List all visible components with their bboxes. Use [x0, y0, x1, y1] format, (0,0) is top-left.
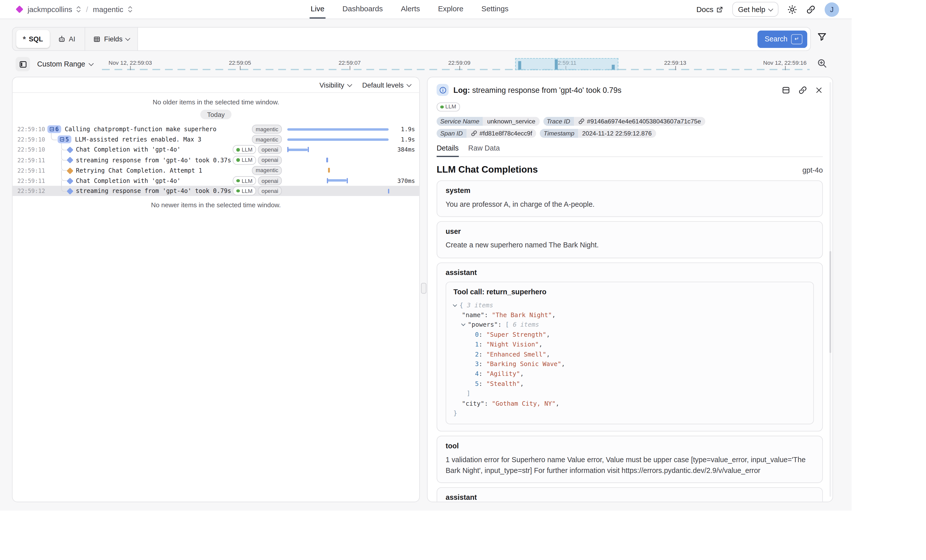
breadcrumb-project[interactable]: magentic: [93, 5, 123, 13]
copy-link-button[interactable]: [798, 85, 807, 94]
timeline-tick-mark: [350, 66, 350, 70]
close-panel-button[interactable]: [815, 86, 823, 94]
minus-square-icon: [50, 127, 54, 131]
timeline-zoom-in-button[interactable]: [817, 58, 828, 69]
chevron-down-icon: [125, 36, 130, 41]
robot-icon: [57, 35, 66, 43]
tab-details[interactable]: Details: [437, 144, 459, 156]
collapse-sidebar-button[interactable]: [15, 57, 30, 71]
timeline-baseline: [102, 68, 810, 70]
chevron-updown-icon[interactable]: [127, 6, 132, 12]
tree-connector: [61, 181, 62, 186]
search-button-label: Search: [764, 35, 787, 43]
green-dot-icon: [236, 158, 240, 162]
chevron-down-icon[interactable]: [453, 302, 457, 306]
user-avatar[interactable]: J: [825, 2, 839, 16]
service-name-label: Service Name: [437, 117, 483, 126]
nav-tabs: LiveDashboardsAlertsExploreSettings: [310, 0, 508, 18]
timeline-tick-label: Nov 12, 22:59:16: [763, 59, 807, 66]
log-row[interactable]: 22:59:12streaming response from 'gpt-4o'…: [12, 186, 419, 196]
collapse-span-badge[interactable]: 5: [57, 136, 71, 143]
tree-connector: [61, 186, 67, 192]
default-levels-dropdown[interactable]: Default levels: [362, 81, 411, 89]
message-text: 1 validation error for Superhero name Va…: [446, 455, 814, 476]
span-diamond-icon: [67, 178, 73, 184]
panel-resize-handle[interactable]: [421, 283, 426, 294]
timeline-tick-label: 22:59:05: [229, 59, 251, 66]
share-link-button[interactable]: [806, 5, 816, 14]
log-message: Retrying Chat Completion. Attempt 1: [76, 167, 202, 174]
docs-label: Docs: [696, 5, 714, 13]
rows-layout-icon: [781, 85, 790, 94]
fields-label: Fields: [104, 35, 123, 43]
log-row-main: streaming response from 'gpt-4o' took 0.…: [47, 155, 233, 165]
tab-alerts[interactable]: Alerts: [401, 0, 420, 18]
log-row[interactable]: 22:59:11Chat Completion with 'gpt-4o'LLM…: [12, 176, 419, 186]
search-input[interactable]: Search ↵: [138, 27, 810, 50]
visibility-dropdown[interactable]: Visibility: [319, 81, 351, 89]
log-row[interactable]: 22:59:106Calling chatprompt-function mak…: [12, 124, 419, 134]
log-message: Chat Completion with 'gpt-4o': [76, 177, 180, 184]
link-icon: [806, 5, 816, 14]
link-icon: [798, 85, 807, 94]
tab-live[interactable]: Live: [310, 0, 324, 18]
tree-connector: [51, 134, 57, 140]
tag-llm: LLM: [233, 186, 256, 195]
tag-llm: LLM: [233, 145, 256, 154]
get-help-label: Get help: [738, 5, 765, 13]
detail-tabs: Details Raw Data: [437, 144, 823, 157]
json-line: }: [454, 408, 806, 418]
filter-button[interactable]: [817, 32, 827, 42]
tree-connector: [61, 165, 67, 171]
tab-explore[interactable]: Explore: [438, 0, 463, 18]
sql-mode-button[interactable]: * SQL: [16, 30, 50, 48]
asterisk-icon: *: [23, 35, 26, 43]
log-row[interactable]: 22:59:11Retrying Chat Completion. Attemp…: [12, 165, 419, 176]
role-heading: user: [446, 227, 814, 235]
chevron-updown-icon[interactable]: [76, 6, 81, 12]
external-link-icon: [716, 6, 723, 13]
log-message: streaming response from 'gpt-4o' took 0.…: [76, 157, 231, 163]
log-metadata: Service Name unknown_service Trace ID #9…: [437, 117, 773, 138]
tab-raw-data[interactable]: Raw Data: [468, 144, 500, 156]
chevron-down-icon[interactable]: [461, 322, 466, 326]
trace-id-pill[interactable]: Trace ID #9146a6974e4e6140538043607a71c7…: [543, 117, 705, 126]
log-row[interactable]: 22:59:11streaming response from 'gpt-4o'…: [12, 155, 419, 165]
no-older-items-text: No older items in the selected time wind…: [12, 98, 419, 106]
chevron-down-icon: [89, 61, 94, 66]
time-range-selector[interactable]: Custom Range: [37, 55, 93, 73]
tab-dashboards[interactable]: Dashboards: [342, 0, 383, 18]
service-name-text: unknown_service: [487, 118, 535, 124]
fields-button[interactable]: Fields: [84, 27, 138, 51]
search-button[interactable]: Search ↵: [758, 30, 807, 48]
log-row-main: 5LLM-assisted retries enabled. Max 3: [47, 134, 252, 145]
log-tags: magentic: [252, 125, 286, 134]
log-row[interactable]: 22:59:105LLM-assisted retries enabled. M…: [12, 134, 419, 145]
breadcrumb-org[interactable]: jackmpcollins: [27, 5, 72, 13]
docs-link[interactable]: Docs: [696, 5, 723, 13]
collapse-span-badge[interactable]: 6: [47, 125, 61, 133]
duration-tick: [328, 168, 330, 173]
get-help-button[interactable]: Get help: [732, 2, 779, 17]
scrollbar-thumb[interactable]: [829, 251, 831, 353]
timeline-track[interactable]: Nov 12, 22:59:0322:59:0522:59:0722:59:09…: [102, 55, 810, 73]
tree-connector: [61, 145, 67, 151]
ai-mode-button[interactable]: AI: [52, 30, 80, 48]
log-row-main: Retrying Chat Completion. Attempt 1: [47, 165, 252, 176]
sun-icon: [787, 5, 797, 14]
trace-id-value: #9146a6974e4e6140538043607a71c75e: [574, 117, 705, 126]
tab-settings[interactable]: Settings: [481, 0, 508, 18]
log-row[interactable]: 22:59:10Chat Completion with 'gpt-4o'LLM…: [12, 145, 419, 155]
timeline-tick-mark: [240, 66, 241, 70]
model-name: gpt-4o: [802, 166, 823, 174]
no-newer-items-text: No newer items in the selected time wind…: [12, 201, 419, 209]
message-card-user: userCreate a new superhero named The Bar…: [437, 221, 823, 258]
timeline-selection[interactable]: [515, 58, 619, 70]
span-id-pill[interactable]: Span ID #fd81e8f78c4ecc9f: [437, 129, 536, 138]
log-row-main: streaming response from 'gpt-4o' took 0.…: [47, 186, 233, 196]
span-diamond-icon: [67, 157, 73, 163]
log-list-panel: Visibility Default levels No older items…: [12, 77, 420, 502]
theme-toggle-button[interactable]: [787, 5, 797, 14]
layout-toggle-button[interactable]: [781, 85, 790, 94]
duration-bar-track: [286, 186, 390, 196]
